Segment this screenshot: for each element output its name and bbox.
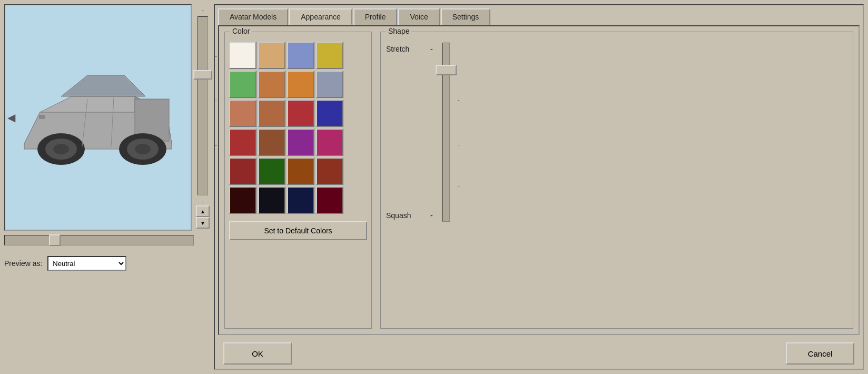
color-cell-brown3[interactable] [258, 129, 285, 156]
v-tick-1: - [215, 53, 217, 59]
tab-avatar-models[interactable]: Avatar Models [218, 8, 288, 25]
color-cell-tan[interactable] [258, 42, 285, 69]
preview-as-row: Preview as: Neutral Male Female [4, 256, 210, 271]
left-panel: ◀ [4, 4, 210, 370]
shape-tick-1: - [458, 96, 460, 103]
color-cell-darkred[interactable] [229, 158, 257, 185]
ok-button[interactable]: OK [223, 342, 292, 365]
color-cell-red2[interactable] [229, 129, 257, 156]
color-cell-nearblack3[interactable] [287, 186, 314, 214]
color-grid [229, 42, 367, 214]
preview-section: ◀ [4, 4, 210, 231]
svg-marker-2 [64, 76, 144, 95]
color-cell-red1[interactable] [287, 100, 314, 127]
shape-legend: Shape [386, 27, 411, 35]
scroll-up-button[interactable]: ▲ [196, 205, 210, 217]
squash-label-row: Squash - [386, 211, 433, 220]
shape-slider-container: Stretch - Squash - - - - [386, 43, 847, 323]
scroll-buttons: ▲ ▼ [196, 205, 210, 229]
color-cell-yellow[interactable] [316, 42, 343, 69]
right-panel: Avatar Models Appearance Profile Voice S… [214, 4, 864, 370]
color-cell-orange[interactable] [287, 71, 314, 98]
tab-voice[interactable]: Voice [398, 8, 439, 25]
shape-tick-2: - [458, 141, 460, 147]
scroll-down-button[interactable]: ▼ [196, 217, 210, 229]
arrow-left-icon[interactable]: ◀ [7, 111, 15, 124]
cybertruck-preview [8, 60, 188, 175]
tab-settings[interactable]: Settings [441, 8, 491, 25]
v-slider-bot-tick: - [202, 198, 204, 205]
color-cell-purple[interactable] [287, 129, 314, 156]
color-cell-brown1[interactable] [258, 71, 285, 98]
vertical-slider-container: - - - - - ▲ ▼ [196, 4, 210, 231]
color-cell-darkorange[interactable] [287, 158, 314, 185]
shape-slider-thumb[interactable] [436, 65, 457, 75]
bottom-buttons: OK Cancel [215, 338, 863, 369]
color-cell-navy[interactable] [316, 100, 343, 127]
preview-as-label: Preview as: [4, 259, 42, 268]
tabs-bar: Avatar Models Appearance Profile Voice S… [215, 5, 863, 25]
shape-section: Shape Stretch - Squash - [380, 32, 853, 329]
color-cell-sienna[interactable] [229, 100, 257, 127]
preview-select[interactable]: Neutral Male Female [47, 256, 126, 271]
v-tick-3: - [215, 142, 217, 148]
shape-tick-3: - [458, 182, 460, 189]
horizontal-slider[interactable] [4, 235, 194, 245]
color-cell-darkgreen[interactable] [258, 158, 285, 185]
svg-point-8 [53, 144, 69, 154]
set-default-button[interactable]: Set to Default Colors [229, 221, 367, 240]
stretch-label-row: Stretch - [386, 45, 433, 53]
color-legend: Color [230, 27, 252, 35]
v-slider-track[interactable]: - - - [198, 16, 208, 195]
color-cell-nearblack2[interactable] [258, 186, 285, 214]
tab-profile[interactable]: Profile [353, 8, 398, 25]
v-slider-top-tick: - [202, 6, 204, 14]
stretch-label: Stretch [386, 45, 428, 53]
color-cell-nearblack4[interactable] [316, 186, 343, 214]
svg-rect-12 [39, 115, 45, 119]
color-section: Color [224, 32, 372, 329]
squash-dash: - [430, 211, 433, 220]
color-cell-blue[interactable] [287, 42, 314, 69]
color-cell-brick[interactable] [316, 158, 343, 185]
tab-appearance[interactable]: Appearance [289, 8, 352, 25]
svg-point-11 [135, 144, 151, 154]
stretch-dash: - [430, 45, 433, 53]
tab-content-appearance: Color [218, 25, 860, 335]
horizontal-slider-container [4, 235, 202, 245]
color-cell-slate[interactable] [316, 71, 343, 98]
v-tick-2: - [215, 97, 217, 103]
main-container: ◀ [0, 0, 868, 374]
color-cell-green[interactable] [229, 71, 257, 98]
color-cell-brown2[interactable] [258, 100, 285, 127]
shape-labels: Stretch - Squash - [386, 43, 433, 222]
color-cell-magenta[interactable] [316, 129, 343, 156]
v-slider-thumb[interactable] [193, 70, 212, 80]
cancel-button[interactable]: Cancel [786, 342, 854, 365]
preview-area: ◀ [4, 4, 192, 231]
shape-slider-track[interactable]: - - - [442, 43, 450, 222]
color-cell-nearblack1[interactable] [229, 186, 257, 214]
squash-label: Squash [386, 211, 428, 220]
color-cell-white[interactable] [229, 42, 257, 69]
